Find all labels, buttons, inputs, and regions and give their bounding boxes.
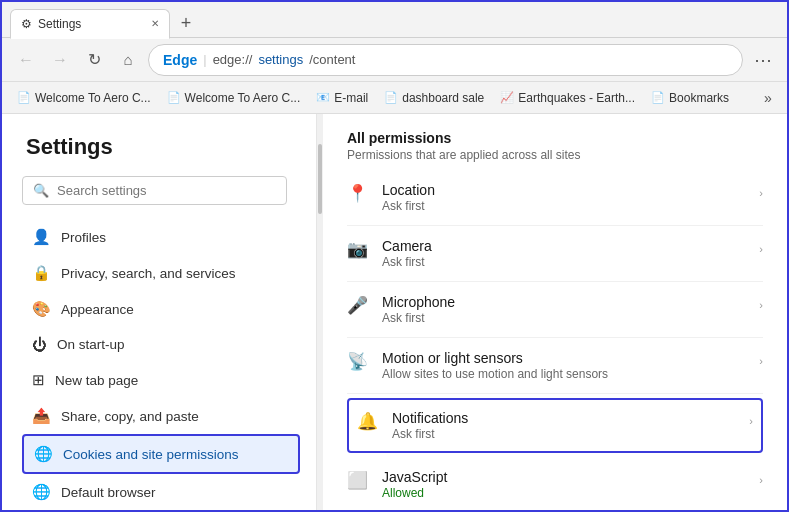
tab-label: Settings — [38, 17, 141, 31]
overflow-button[interactable]: ⋯ — [749, 46, 777, 74]
camera-icon: 📷 — [347, 239, 368, 260]
address-bar[interactable]: Edge | edge://settings/content — [148, 44, 743, 76]
notifications-status: Ask first — [392, 427, 735, 441]
privacy-icon: 🔒 — [32, 264, 51, 282]
microphone-name: Microphone — [382, 294, 745, 310]
bookmark-item[interactable]: 📄 dashboard sale — [377, 88, 491, 108]
bookmark-page-icon: 📄 — [384, 91, 398, 104]
permission-motion[interactable]: 📡 Motion or light sensors Allow sites to… — [347, 338, 763, 394]
section-title: All permissions — [347, 130, 763, 146]
url-highlight: settings — [258, 52, 303, 67]
profiles-icon: 👤 — [32, 228, 51, 246]
camera-arrow: › — [759, 243, 763, 255]
tab-close-button[interactable]: ✕ — [151, 18, 159, 29]
search-box[interactable]: 🔍 — [22, 176, 287, 205]
browser-icon: 🌐 — [32, 483, 51, 501]
javascript-name: JavaScript — [382, 469, 745, 485]
home-button[interactable]: ⌂ — [114, 46, 142, 74]
share-icon: 📤 — [32, 407, 51, 425]
notifications-arrow: › — [749, 415, 753, 427]
javascript-arrow: › — [759, 474, 763, 486]
url-prefix: edge:// — [213, 52, 253, 67]
microphone-info: Microphone Ask first — [382, 294, 745, 325]
tab-favicon: ⚙ — [21, 17, 32, 31]
sidebar-item-startup[interactable]: ⏻ On start-up — [22, 327, 300, 362]
bookmark-item[interactable]: 📄 Welcome To Aero C... — [160, 88, 308, 108]
bookmark-item[interactable]: 📄 Bookmarks — [644, 88, 736, 108]
motion-name: Motion or light sensors — [382, 350, 745, 366]
sidebar-item-browser[interactable]: 🌐 Default browser — [22, 474, 300, 510]
camera-name: Camera — [382, 238, 745, 254]
sidebar-item-profiles[interactable]: 👤 Profiles — [22, 219, 300, 255]
bookmark-item[interactable]: 📈 Earthquakes - Earth... — [493, 88, 642, 108]
cookies-icon: 🌐 — [34, 445, 53, 463]
sidebar-item-newtab[interactable]: ⊞ New tab page — [22, 362, 300, 398]
microphone-icon: 🎤 — [347, 295, 368, 316]
bookmark-page-icon: 📄 — [651, 91, 665, 104]
search-icon: 🔍 — [33, 183, 49, 198]
forward-button[interactable]: → — [46, 46, 74, 74]
sidebar-item-appearance[interactable]: 🎨 Appearance — [22, 291, 300, 327]
javascript-status: Allowed — [382, 486, 745, 500]
bookmarks-overflow-button[interactable]: » — [757, 87, 779, 109]
permission-notifications[interactable]: 🔔 Notifications Ask first › — [347, 398, 763, 453]
refresh-button[interactable]: ↻ — [80, 46, 108, 74]
motion-info: Motion or light sensors Allow sites to u… — [382, 350, 745, 381]
sidebar-title: Settings — [22, 134, 300, 160]
search-input[interactable] — [57, 183, 276, 198]
right-panel: All permissions Permissions that are app… — [323, 114, 787, 512]
camera-info: Camera Ask first — [382, 238, 745, 269]
motion-icon: 📡 — [347, 351, 368, 372]
location-status: Ask first — [382, 199, 745, 213]
bookmark-email-icon: 📧 — [316, 91, 330, 104]
bookmark-chart-icon: 📈 — [500, 91, 514, 104]
edge-logo: Edge — [163, 52, 197, 68]
microphone-status: Ask first — [382, 311, 745, 325]
settings-tab[interactable]: ⚙ Settings ✕ — [10, 9, 170, 39]
motion-status: Allow sites to use motion and light sens… — [382, 367, 745, 381]
new-tab-button[interactable]: + — [172, 10, 200, 38]
location-info: Location Ask first — [382, 182, 745, 213]
sidebar: Settings 🔍 👤 Profiles 🔒 Privacy, search,… — [2, 114, 317, 512]
motion-arrow: › — [759, 355, 763, 367]
javascript-icon: ⬜ — [347, 470, 368, 491]
location-name: Location — [382, 182, 745, 198]
bookmark-page-icon: 📄 — [167, 91, 181, 104]
location-icon: 📍 — [347, 183, 368, 204]
notifications-icon: 🔔 — [357, 411, 378, 432]
newtab-icon: ⊞ — [32, 371, 45, 389]
microphone-arrow: › — [759, 299, 763, 311]
permission-javascript[interactable]: ⬜ JavaScript Allowed › — [347, 457, 763, 512]
section-subtitle: Permissions that are applied across all … — [347, 148, 763, 162]
permission-location[interactable]: 📍 Location Ask first › — [347, 170, 763, 226]
bookmark-item[interactable]: 📄 Welcome To Aero C... — [10, 88, 158, 108]
url-separator: | — [203, 52, 206, 67]
sidebar-item-cookies[interactable]: 🌐 Cookies and site permissions — [22, 434, 300, 474]
notifications-info: Notifications Ask first — [392, 410, 735, 441]
bookmark-item[interactable]: 📧 E-mail — [309, 88, 375, 108]
permission-camera[interactable]: 📷 Camera Ask first › — [347, 226, 763, 282]
camera-status: Ask first — [382, 255, 745, 269]
appearance-icon: 🎨 — [32, 300, 51, 318]
back-button[interactable]: ← — [12, 46, 40, 74]
permission-microphone[interactable]: 🎤 Microphone Ask first › — [347, 282, 763, 338]
location-arrow: › — [759, 187, 763, 199]
bookmark-page-icon: 📄 — [17, 91, 31, 104]
url-suffix: /content — [309, 52, 355, 67]
startup-icon: ⏻ — [32, 336, 47, 353]
notifications-name: Notifications — [392, 410, 735, 426]
bookmarks-bar: 📄 Welcome To Aero C... 📄 Welcome To Aero… — [2, 82, 787, 114]
sidebar-item-privacy[interactable]: 🔒 Privacy, search, and services — [22, 255, 300, 291]
sidebar-item-share[interactable]: 📤 Share, copy, and paste — [22, 398, 300, 434]
javascript-info: JavaScript Allowed — [382, 469, 745, 500]
